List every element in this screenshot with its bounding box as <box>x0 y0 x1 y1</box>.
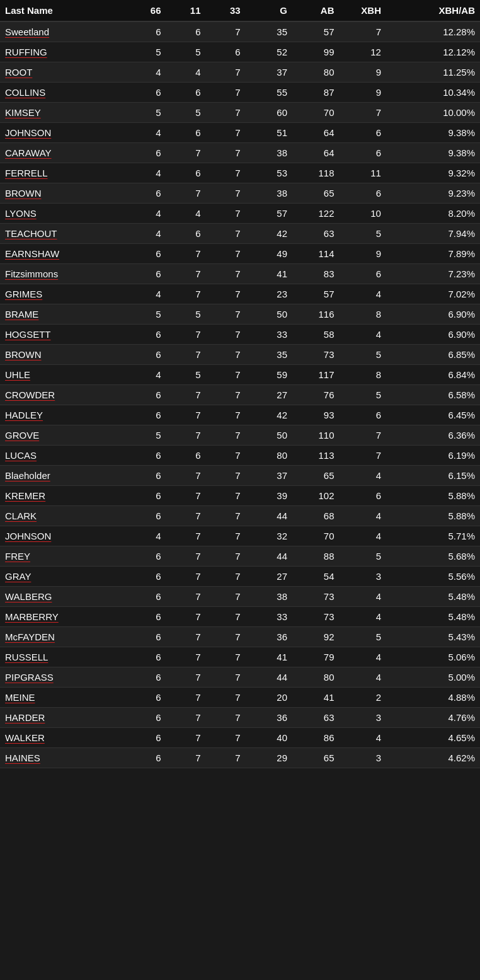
cell-xbhab: 4.65% <box>386 728 480 748</box>
cell-c66: 6 <box>127 667 166 688</box>
cell-c11: 7 <box>166 143 206 163</box>
cell-c11: 7 <box>166 345 206 365</box>
table-row: FERRELL46753118119.32% <box>0 163 480 183</box>
cell-c33: 7 <box>206 688 246 708</box>
cell-g: 36 <box>246 627 292 647</box>
cell-lastname: HADLEY <box>0 405 127 425</box>
cell-g: 51 <box>246 123 292 143</box>
cell-c11: 7 <box>166 466 206 486</box>
cell-c11: 7 <box>166 284 206 304</box>
cell-ab: 76 <box>292 385 339 405</box>
cell-xbh: 10 <box>340 204 386 224</box>
cell-ab: 122 <box>292 204 339 224</box>
table-row: UHLE4575911786.84% <box>0 365 480 385</box>
cell-c66: 4 <box>127 123 166 143</box>
cell-xbh: 8 <box>340 304 386 325</box>
cell-lastname: Fitzsimmons <box>0 264 127 284</box>
cell-ab: 118 <box>292 163 339 183</box>
cell-lastname: GRIMES <box>0 284 127 304</box>
cell-ab: 83 <box>292 264 339 284</box>
cell-xbh: 8 <box>340 365 386 385</box>
cell-ab: 93 <box>292 405 339 425</box>
cell-xbhab: 7.94% <box>386 224 480 244</box>
cell-xbh: 7 <box>340 103 386 123</box>
cell-c66: 4 <box>127 224 166 244</box>
cell-xbh: 3 <box>340 748 386 768</box>
cell-xbh: 6 <box>340 486 386 506</box>
cell-xbh: 4 <box>340 506 386 526</box>
cell-c11: 7 <box>166 567 206 587</box>
cell-ab: 102 <box>292 486 339 506</box>
cell-lastname: HOGSETT <box>0 325 127 345</box>
table-row: CLARK677446845.88% <box>0 506 480 526</box>
cell-ab: 114 <box>292 244 339 264</box>
cell-lastname: WALBERG <box>0 587 127 607</box>
cell-c33: 7 <box>206 667 246 688</box>
cell-g: 49 <box>246 244 292 264</box>
cell-c33: 7 <box>206 325 246 345</box>
cell-c11: 5 <box>166 42 206 62</box>
cell-g: 33 <box>246 607 292 627</box>
cell-lastname: TEACHOUT <box>0 224 127 244</box>
table-row: MARBERRY677337345.48% <box>0 607 480 627</box>
table-row: RUFFING55652991212.12% <box>0 42 480 62</box>
cell-g: 39 <box>246 486 292 506</box>
cell-c11: 4 <box>166 62 206 83</box>
cell-xbhab: 5.48% <box>386 607 480 627</box>
cell-c66: 6 <box>127 143 166 163</box>
table-row: Sweetland6673557712.28% <box>0 21 480 42</box>
cell-lastname: Sweetland <box>0 21 127 42</box>
cell-ab: 88 <box>292 546 339 567</box>
table-row: LUCAS6678011376.19% <box>0 446 480 466</box>
cell-c11: 7 <box>166 748 206 768</box>
cell-xbh: 9 <box>340 83 386 103</box>
cell-xbh: 4 <box>340 526 386 546</box>
cell-c33: 7 <box>206 506 246 526</box>
table-row: BROWN677357356.85% <box>0 345 480 365</box>
cell-c11: 7 <box>166 486 206 506</box>
cell-c66: 6 <box>127 486 166 506</box>
cell-g: 57 <box>246 204 292 224</box>
cell-xbh: 6 <box>340 264 386 284</box>
table-row: RUSSELL677417945.06% <box>0 647 480 667</box>
cell-lastname: HAINES <box>0 748 127 768</box>
cell-xbhab: 6.90% <box>386 304 480 325</box>
cell-c66: 6 <box>127 264 166 284</box>
cell-c66: 6 <box>127 345 166 365</box>
cell-c11: 4 <box>166 204 206 224</box>
cell-xbhab: 5.71% <box>386 526 480 546</box>
cell-ab: 54 <box>292 567 339 587</box>
cell-c11: 7 <box>166 728 206 748</box>
cell-ab: 57 <box>292 284 339 304</box>
cell-xbhab: 7.89% <box>386 244 480 264</box>
cell-c11: 7 <box>166 183 206 204</box>
header-xbhab: XBH/AB <box>386 0 480 21</box>
cell-c66: 4 <box>127 365 166 385</box>
cell-g: 60 <box>246 103 292 123</box>
cell-g: 35 <box>246 21 292 42</box>
cell-xbhab: 5.00% <box>386 667 480 688</box>
cell-c33: 7 <box>206 647 246 667</box>
cell-g: 38 <box>246 143 292 163</box>
cell-lastname: FREY <box>0 546 127 567</box>
cell-ab: 99 <box>292 42 339 62</box>
cell-c11: 7 <box>166 506 206 526</box>
cell-g: 37 <box>246 466 292 486</box>
cell-c33: 7 <box>206 385 246 405</box>
cell-xbh: 7 <box>340 425 386 446</box>
header-ab: AB <box>292 0 339 21</box>
cell-c66: 6 <box>127 748 166 768</box>
header-row: Last Name 66 11 33 G AB XBH XBH/AB <box>0 0 480 21</box>
cell-c66: 6 <box>127 567 166 587</box>
cell-lastname: RUSSELL <box>0 647 127 667</box>
table-row: CARAWAY677386469.38% <box>0 143 480 163</box>
cell-g: 80 <box>246 446 292 466</box>
table-row: JOHNSON477327045.71% <box>0 526 480 546</box>
cell-g: 44 <box>246 667 292 688</box>
cell-lastname: LYONS <box>0 204 127 224</box>
cell-g: 27 <box>246 385 292 405</box>
cell-c11: 6 <box>166 21 206 42</box>
cell-c66: 6 <box>127 83 166 103</box>
cell-xbh: 4 <box>340 667 386 688</box>
cell-ab: 87 <box>292 83 339 103</box>
